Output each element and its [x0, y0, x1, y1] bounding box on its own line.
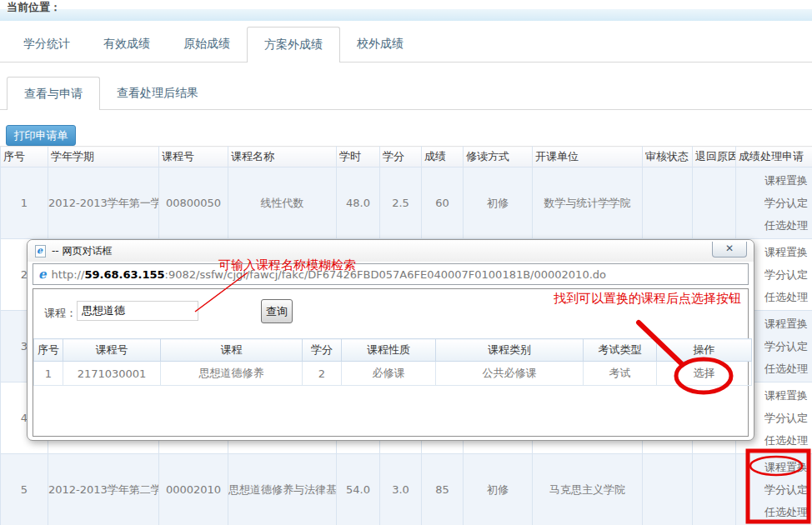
dialog-col-3: 学分 — [303, 339, 342, 362]
dialog-col-6: 考试类型 — [584, 339, 657, 362]
link-elective-processing[interactable]: 任选处理 — [764, 290, 808, 305]
course-search-input[interactable] — [77, 301, 198, 321]
web-dialog: -- 网页对话框 ✕ e http://59.68.63.155:9082/ss… — [27, 239, 754, 441]
result-row: 12171030001思想道德修养2必修课公共必修课考试选择 — [34, 362, 752, 386]
link-credit-recognition[interactable]: 学分认定 — [764, 482, 808, 498]
cell-dept: 数学与统计学学院 — [533, 168, 643, 239]
primary-tab-2[interactable]: 原始成绩 — [167, 27, 247, 62]
result-cell-credit: 2 — [303, 362, 342, 386]
link-course-replace[interactable]: 课程置换 — [764, 173, 808, 188]
primary-tab-1[interactable]: 有效成绩 — [87, 27, 167, 62]
screen: 当前位置： 学分统计有效成绩原始成绩方案外成绩校外成绩 查看与申请查看处理后结果… — [0, 0, 812, 525]
cell-term: 2012-2013学年第一学期 — [48, 168, 159, 239]
link-credit-recognition[interactable]: 学分认定 — [764, 411, 808, 426]
cell-num: 1 — [1, 168, 48, 239]
url-text: http://59.68.63.155:9082/ssfw/cjgl/fawcj… — [52, 268, 606, 281]
table-row: 12012-2013学年第一学期00800050线性代数48.02.560初修数… — [1, 168, 812, 239]
link-course-replace[interactable]: 课程置换 — [764, 388, 808, 403]
main-col-8: 开课单位 — [533, 147, 643, 168]
link-course-replace[interactable]: 课程置换 — [764, 245, 808, 260]
link-credit-recognition[interactable]: 学分认定 — [764, 339, 808, 354]
cell-course_no: 00002010 — [159, 454, 228, 525]
dialog-col-2: 课程 — [161, 339, 303, 362]
print-request-button[interactable]: 打印申请单 — [6, 125, 76, 146]
cell-mode: 初修 — [464, 454, 533, 525]
result-cell-num: 1 — [34, 362, 63, 386]
primary-tab-0[interactable]: 学分统计 — [7, 27, 87, 62]
course-field-label: 课程： — [44, 306, 77, 321]
result-cell-course: 思想道德修养 — [161, 362, 303, 386]
main-col-9: 审核状态 — [643, 147, 693, 168]
main-col-3: 课程名称 — [228, 147, 337, 168]
cell-reason — [693, 168, 736, 239]
dialog-title: -- 网页对话框 — [52, 244, 112, 258]
table-row: 52012-2013学年第二学期00002010思想道德修养与法律基础54.03… — [1, 454, 812, 525]
primary-tab-4[interactable]: 校外成绩 — [340, 27, 420, 62]
cell-score: 85 — [422, 454, 464, 525]
dialog-title-bar: -- 网页对话框 ✕ — [28, 240, 754, 262]
main-col-1: 学年学期 — [48, 147, 159, 168]
results-table-header: 序号课程号课程学分课程性质课程类别考试类型操作 — [34, 339, 752, 362]
dialog-close-button[interactable]: ✕ — [712, 242, 747, 258]
main-col-5: 学分 — [380, 147, 422, 168]
link-elective-processing[interactable]: 任选处理 — [764, 362, 808, 377]
cell-hours: 48.0 — [337, 168, 380, 239]
cell-credit: 2.5 — [380, 168, 422, 239]
link-elective-processing[interactable]: 任选处理 — [764, 505, 808, 520]
main-col-10: 退回原因 — [693, 147, 736, 168]
main-col-11: 成绩处理申请 — [736, 147, 812, 168]
cell-dept: 马克思主义学院 — [533, 454, 643, 525]
cell-mode: 初修 — [464, 168, 533, 239]
dialog-col-0: 序号 — [34, 339, 63, 362]
result-cell-exam_type: 考试 — [584, 362, 657, 386]
secondary-tab-1[interactable]: 查看处理后结果 — [100, 77, 215, 109]
dialog-col-7: 操作 — [657, 339, 752, 362]
dialog-content: 课程： 查询 序号课程号课程学分课程性质课程类别考试类型操作 121710300… — [33, 288, 749, 437]
breadcrumb: 当前位置： — [7, 0, 61, 15]
breadcrumb-strip — [0, 9, 812, 21]
result-cell-course_no: 2171030001 — [63, 362, 161, 386]
primary-tab-3[interactable]: 方案外成绩 — [247, 27, 340, 62]
grades-table-header: 序号学年学期课程号课程名称学时学分成绩修读方式开课单位审核状态退回原因成绩处理申… — [1, 147, 812, 168]
main-col-4: 学时 — [337, 147, 380, 168]
main-col-2: 课程号 — [159, 147, 228, 168]
cell-num: 5 — [1, 454, 48, 525]
main-col-0: 序号 — [1, 147, 48, 168]
ie-page-icon — [35, 245, 46, 258]
cell-score: 60 — [422, 168, 464, 239]
link-credit-recognition[interactable]: 学分认定 — [764, 196, 808, 211]
main-col-7: 修读方式 — [464, 147, 533, 168]
link-credit-recognition[interactable]: 学分认定 — [764, 268, 808, 282]
secondary-tab-bar: 查看与申请查看处理后结果 — [0, 77, 812, 110]
link-elective-processing[interactable]: 任选处理 — [764, 433, 808, 448]
cell-term: 2012-2013学年第二学期 — [48, 454, 159, 525]
cell-audit — [643, 168, 693, 239]
link-elective-processing[interactable]: 任选处理 — [764, 218, 808, 233]
link-course-replace[interactable]: 课程置换 — [764, 317, 808, 332]
dialog-address-bar: e http://59.68.63.155:9082/ssfw/cjgl/faw… — [33, 263, 749, 285]
query-button[interactable]: 查询 — [261, 299, 293, 323]
select-link[interactable]: 选择 — [657, 362, 752, 386]
cell-hours: 54.0 — [337, 454, 380, 525]
link-course-replace[interactable]: 课程置换 — [764, 460, 808, 475]
main-col-6: 成绩 — [422, 147, 464, 168]
primary-tab-bar: 学分统计有效成绩原始成绩方案外成绩校外成绩 — [0, 27, 812, 62]
result-cell-category: 公共必修课 — [436, 362, 584, 386]
dialog-col-1: 课程号 — [63, 339, 161, 362]
cell-actions: 课程置换学分认定任选处理 — [736, 454, 812, 525]
cell-actions: 课程置换学分认定任选处理 — [736, 168, 812, 239]
dialog-col-5: 课程类别 — [436, 339, 584, 362]
secondary-tab-0[interactable]: 查看与申请 — [7, 77, 100, 110]
cell-course_no: 00800050 — [159, 168, 228, 239]
result-cell-nature: 必修课 — [342, 362, 436, 386]
cell-reason — [693, 454, 736, 525]
cell-course_name: 思想道德修养与法律基础 — [228, 454, 337, 525]
cell-course_name: 线性代数 — [228, 168, 337, 239]
dialog-col-4: 课程性质 — [342, 339, 436, 362]
ie-logo-icon: e — [38, 267, 47, 282]
course-search-results-table: 序号课程号课程学分课程性质课程类别考试类型操作 12171030001思想道德修… — [33, 338, 752, 386]
cell-credit: 3.0 — [380, 454, 422, 525]
cell-audit — [643, 454, 693, 525]
